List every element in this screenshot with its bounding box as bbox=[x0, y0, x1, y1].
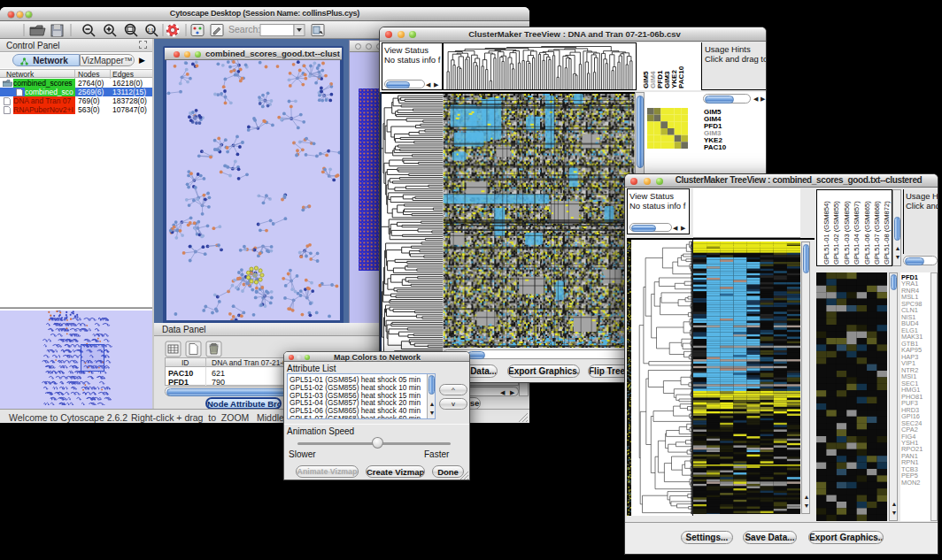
svg-text:GPL51-04 (GSM857): GPL51-04 (GSM857) bbox=[853, 201, 861, 265]
svg-text:GPL51-02 (GSM855): GPL51-02 (GSM855) bbox=[832, 201, 840, 265]
svg-text:Search:: Search: bbox=[228, 24, 260, 35]
svg-text:GPL51-01 (GSM854): GPL51-01 (GSM854) bbox=[822, 201, 830, 265]
svg-text:GPL51-03 (GSM856): GPL51-03 (GSM856) bbox=[843, 201, 851, 265]
svg-text:GPL51-06 (GSM865): GPL51-06 (GSM865) bbox=[863, 201, 871, 265]
svg-text:GPL51-08 (GSM872): GPL51-08 (GSM872) bbox=[883, 201, 891, 265]
svg-text:PAC10: PAC10 bbox=[677, 65, 685, 88]
svg-text:GPL51-07 (GSM868): GPL51-07 (GSM868) bbox=[873, 201, 881, 265]
svg-text:1:1: 1:1 bbox=[148, 27, 154, 33]
